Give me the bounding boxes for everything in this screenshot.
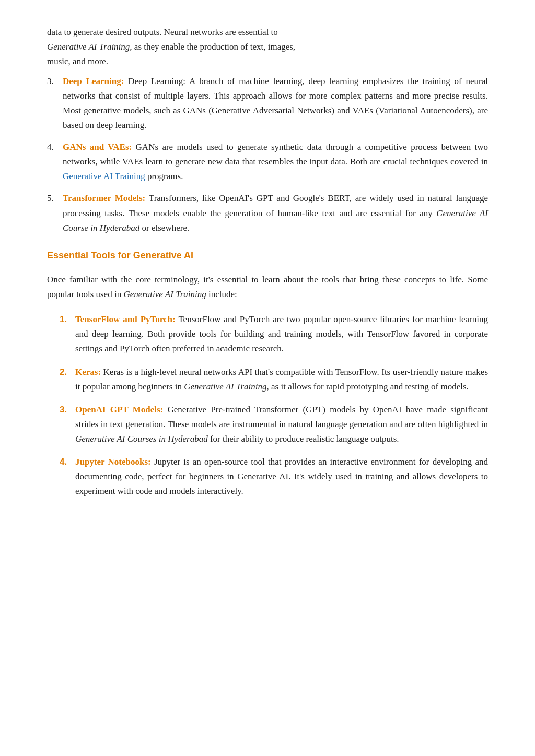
section-intro-italic: Generative AI Training — [123, 289, 206, 299]
text-transformer-after-italic: or elsewhere. — [139, 223, 189, 233]
list-content-3: Deep Learning: Deep Learning: A branch o… — [63, 74, 488, 133]
list-content-4: GANs and VAEs: GANs are models used to g… — [63, 140, 488, 184]
intro-line3: music, and more. — [47, 56, 108, 66]
text-keras-italic: Generative AI Training — [184, 382, 266, 392]
label-openai-gpt: OpenAI GPT Models: — [75, 405, 163, 415]
intro-italic: Generative AI Training — [47, 42, 130, 52]
label-gans-vaes: GANs and VAEs: — [63, 142, 132, 152]
list-item-4: 4. GANs and VAEs: GANs are models used t… — [47, 140, 488, 184]
label-transformer-models: Transformer Models: — [63, 193, 145, 203]
text-deep-learning: Deep Learning: A branch of machine learn… — [63, 76, 488, 130]
label-deep-learning: Deep Learning: — [63, 76, 124, 86]
tool-number-4: 4. — [60, 455, 70, 499]
tool-content-1: TensorFlow and PyTorch: TensorFlow and P… — [75, 312, 488, 356]
list-content-5: Transformer Models: Transformers, like O… — [63, 191, 488, 235]
tool-number-3: 3. — [60, 403, 70, 446]
intro-paragraph: data to generate desired outputs. Neural… — [47, 25, 488, 69]
tools-numbered-list: 1. TensorFlow and PyTorch: TensorFlow an… — [60, 312, 488, 499]
text-openai-after-italic: for their ability to produce realistic l… — [208, 434, 399, 444]
section-intro-before-italic: Once familiar with the core terminology,… — [47, 275, 488, 299]
tool-content-2: Keras: Keras is a high-level neural netw… — [75, 365, 488, 394]
page-container: data to generate desired outputs. Neural… — [0, 0, 535, 549]
tool-content-4: Jupyter Notebooks: Jupyter is an open-so… — [75, 455, 488, 499]
text-openai-italic: Generative AI Courses in Hyderabad — [75, 434, 208, 444]
intro-text-line1: data to generate desired outputs. Neural… — [47, 27, 278, 37]
tool-content-3: OpenAI GPT Models: Generative Pre-traine… — [75, 403, 488, 446]
text-gans-after-link: programs. — [145, 171, 183, 181]
label-keras: Keras: — [75, 367, 101, 377]
section-intro-after: include: — [206, 289, 237, 299]
tool-item-4: 4. Jupyter Notebooks: Jupyter is an open… — [60, 455, 488, 499]
label-tensorflow-pytorch: TensorFlow and PyTorch: — [75, 314, 176, 324]
intro-line2-rest: , as they enable the production of text,… — [130, 42, 295, 52]
list-number-3: 3. — [47, 74, 59, 133]
tool-number-2: 2. — [60, 365, 70, 394]
tool-number-1: 1. — [60, 312, 70, 356]
tool-item-2: 2. Keras: Keras is a high-level neural n… — [60, 365, 488, 394]
main-numbered-list: 3. Deep Learning: Deep Learning: A branc… — [47, 74, 488, 235]
text-keras-after-italic: , as it allows for rapid prototyping and… — [267, 382, 469, 392]
label-jupyter: Jupyter Notebooks: — [75, 457, 151, 467]
generative-ai-training-link[interactable]: Generative AI Training — [63, 171, 145, 181]
tool-item-1: 1. TensorFlow and PyTorch: TensorFlow an… — [60, 312, 488, 356]
section-heading-essential-tools: Essential Tools for Generative AI — [47, 248, 488, 264]
list-number-4: 4. — [47, 140, 59, 184]
tool-item-3: 3. OpenAI GPT Models: Generative Pre-tra… — [60, 403, 488, 446]
list-item-3: 3. Deep Learning: Deep Learning: A branc… — [47, 74, 488, 133]
list-number-5: 5. — [47, 191, 59, 235]
section-intro-paragraph: Once familiar with the core terminology,… — [47, 273, 488, 302]
list-item-5: 5. Transformer Models: Transformers, lik… — [47, 191, 488, 235]
